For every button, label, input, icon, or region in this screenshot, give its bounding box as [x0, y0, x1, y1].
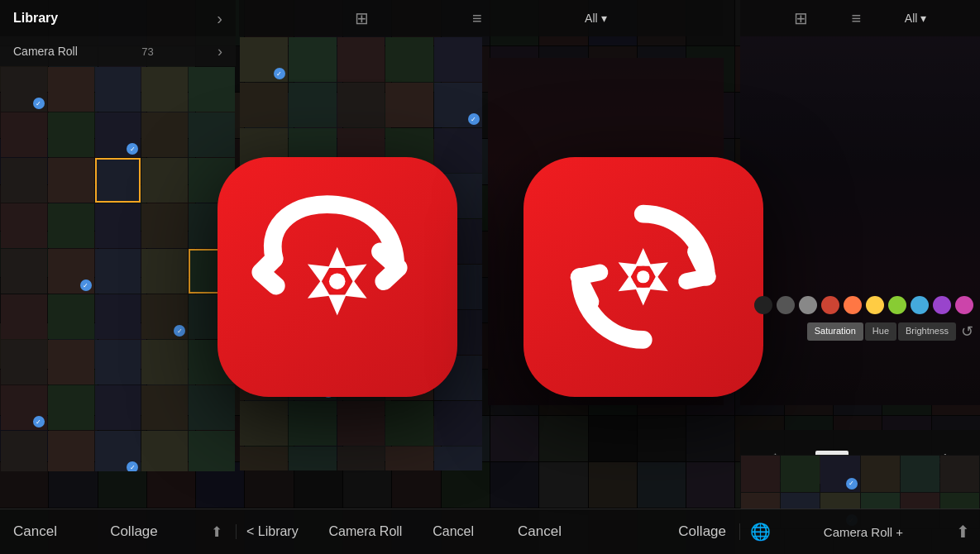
camera-roll-count: 73: [141, 45, 153, 58]
all-filter[interactable]: All ▾: [585, 12, 606, 25]
bottom-center-left-section: < Library Camera Roll Cancel: [236, 524, 484, 539]
hue-tab[interactable]: Hue: [865, 322, 896, 341]
grid-view-right-icon[interactable]: ⊞: [794, 8, 808, 28]
color-dot-yellow[interactable]: [866, 296, 884, 314]
left-app-icon-svg: [247, 187, 428, 367]
bottom-left-section: Cancel Collage ⬆: [0, 523, 236, 541]
camera-roll-center: Camera Roll: [328, 524, 402, 539]
svg-point-1: [329, 274, 346, 290]
svg-point-3: [637, 270, 649, 283]
color-dot-black[interactable]: [754, 296, 772, 314]
thumb-strip-cell[interactable]: ✓: [820, 456, 859, 492]
thumb-strip-cell[interactable]: [781, 456, 820, 492]
left-app-icon[interactable]: [218, 157, 457, 397]
thumb-strip-cell[interactable]: [741, 456, 780, 492]
top-header-left: Library ›: [0, 0, 236, 36]
all-filter-right[interactable]: All ▾: [905, 12, 926, 25]
right-app-icon[interactable]: [523, 157, 763, 397]
list-view-icon[interactable]: ≡: [472, 9, 482, 28]
color-dot-gray[interactable]: [799, 296, 817, 314]
refresh-icon[interactable]: ↺: [961, 322, 973, 341]
cancel-button-right-center[interactable]: Cancel: [518, 523, 562, 540]
color-dot-green[interactable]: [888, 296, 906, 314]
color-dot-dark[interactable]: [777, 296, 795, 314]
color-palette-row: [754, 296, 973, 314]
color-dot-blue[interactable]: [911, 296, 929, 314]
brightness-tab[interactable]: Brightness: [898, 322, 956, 341]
camera-roll-label: Camera Roll: [13, 45, 78, 58]
library-title: Library: [13, 11, 58, 26]
cancel-button-center[interactable]: Cancel: [433, 524, 474, 539]
camera-roll-header: Camera Roll 73 ›: [0, 36, 236, 66]
bottom-toolbar: Cancel Collage ⬆ < Library Camera Roll C…: [0, 509, 980, 554]
bottom-center-right-section: Cancel Collage: [504, 523, 740, 540]
globe-icon: 🌐: [750, 522, 771, 542]
camera-roll-right: Camera Roll +: [824, 525, 903, 539]
chevron-right-icon: ›: [217, 9, 222, 28]
top-header-center: ⊞ ≡ All ▾: [239, 0, 723, 36]
grid-view-icon[interactable]: ⊞: [355, 8, 369, 28]
library-button[interactable]: < Library: [246, 524, 299, 539]
chevron-right-header-icon: ›: [218, 43, 222, 60]
thumb-strip-cell[interactable]: [901, 456, 939, 492]
color-dot-pink[interactable]: [955, 296, 973, 314]
list-view-right-icon[interactable]: ≡: [851, 9, 861, 28]
color-dot-orange[interactable]: [844, 296, 862, 314]
right-app-icon-svg: [553, 187, 734, 367]
cancel-button-left[interactable]: Cancel: [13, 523, 57, 540]
bottom-right-section: 🌐 Camera Roll + ⬆: [740, 522, 980, 542]
share-icon-right[interactable]: ⬆: [956, 522, 970, 542]
saturation-tab[interactable]: Saturation: [807, 322, 863, 341]
collage-label-right: Collage: [678, 523, 726, 540]
collage-label-left: Collage: [110, 523, 158, 540]
thumb-strip-cell[interactable]: [940, 456, 979, 492]
adjustment-tabs: Saturation Hue Brightness ↺: [807, 322, 973, 341]
thumb-strip-cell[interactable]: [861, 456, 900, 492]
color-dot-red[interactable]: [821, 296, 839, 314]
share-icon-left[interactable]: ⬆: [211, 523, 222, 541]
color-dot-purple[interactable]: [933, 296, 951, 314]
top-header-right: ⊞ ≡ All ▾: [740, 0, 980, 36]
